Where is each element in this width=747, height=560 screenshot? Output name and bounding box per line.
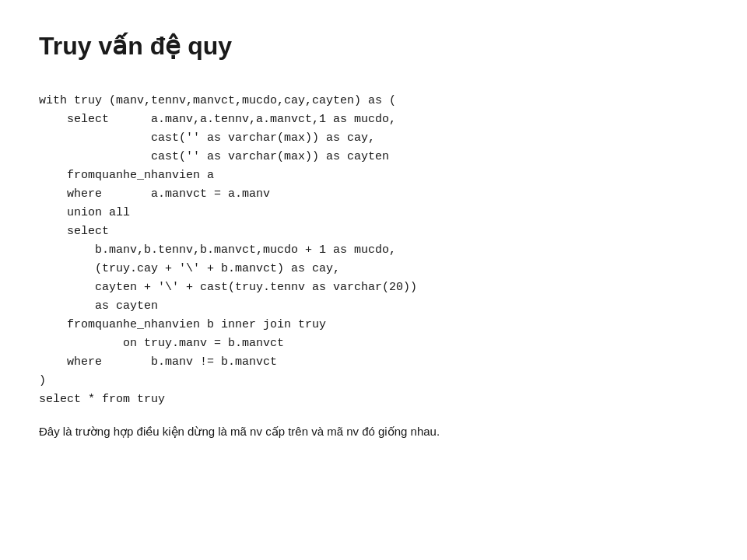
page-title: Truy vấn đệ quy: [39, 31, 708, 61]
description: Đây là trường hợp điều kiện dừng là mã n…: [39, 425, 708, 439]
page: Truy vấn đệ quy with truy (manv,tennv,ma…: [0, 0, 747, 560]
code-block: with truy (manv,tennv,manvct,mucdo,cay,c…: [39, 92, 708, 409]
